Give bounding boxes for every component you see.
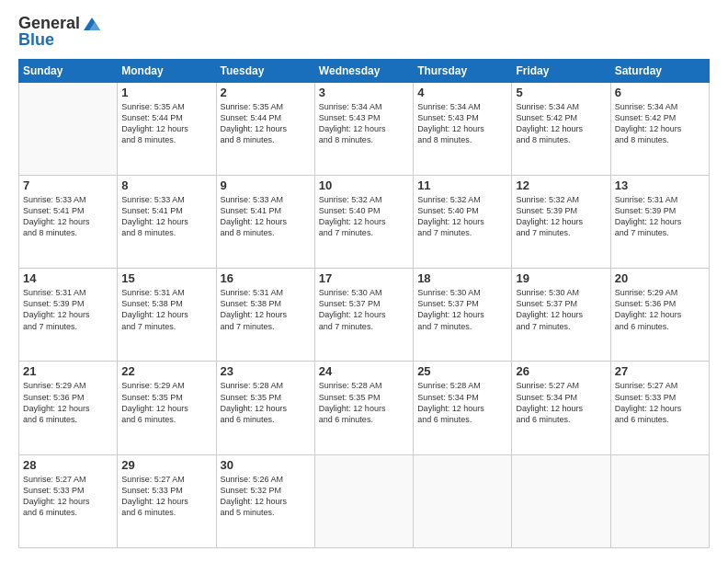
day-info: Sunrise: 5:32 AMSunset: 5:40 PMDaylight:…: [319, 194, 409, 239]
calendar-cell: 10Sunrise: 5:32 AMSunset: 5:40 PMDayligh…: [314, 175, 413, 268]
day-number: 21: [23, 364, 113, 378]
day-info: Sunrise: 5:34 AMSunset: 5:43 PMDaylight:…: [417, 101, 507, 146]
day-number: 16: [221, 271, 311, 285]
day-info: Sunrise: 5:31 AMSunset: 5:39 PMDaylight:…: [615, 194, 705, 239]
calendar-cell: [314, 454, 413, 547]
calendar-cell: 18Sunrise: 5:30 AMSunset: 5:37 PMDayligh…: [414, 269, 512, 362]
page: General Blue SundayMondayTuesdayWednesda…: [0, 0, 728, 563]
day-info: Sunrise: 5:29 AMSunset: 5:35 PMDaylight:…: [121, 380, 211, 425]
day-number: 29: [121, 458, 211, 472]
day-info: Sunrise: 5:29 AMSunset: 5:36 PMDaylight:…: [615, 287, 705, 332]
calendar-cell: 26Sunrise: 5:27 AMSunset: 5:34 PMDayligh…: [512, 362, 610, 454]
day-number: 1: [121, 86, 211, 99]
calendar-cell: 17Sunrise: 5:30 AMSunset: 5:37 PMDayligh…: [314, 269, 413, 362]
day-info: Sunrise: 5:27 AMSunset: 5:33 PMDaylight:…: [121, 474, 211, 519]
calendar-cell: 21Sunrise: 5:29 AMSunset: 5:36 PMDayligh…: [19, 362, 118, 454]
weekday-header: Wednesday: [314, 59, 413, 82]
header: General Blue: [18, 15, 710, 50]
calendar-week-row: 28Sunrise: 5:27 AMSunset: 5:33 PMDayligh…: [19, 454, 710, 547]
day-number: 15: [121, 271, 211, 285]
day-info: Sunrise: 5:27 AMSunset: 5:33 PMDaylight:…: [615, 380, 705, 425]
weekday-header: Friday: [512, 59, 610, 82]
day-info: Sunrise: 5:33 AMSunset: 5:41 PMDaylight:…: [221, 194, 311, 239]
day-number: 11: [417, 178, 507, 192]
day-number: 22: [121, 364, 211, 378]
day-info: Sunrise: 5:28 AMSunset: 5:35 PMDaylight:…: [221, 380, 311, 425]
calendar-cell: 23Sunrise: 5:28 AMSunset: 5:35 PMDayligh…: [216, 362, 314, 454]
day-number: 19: [516, 271, 606, 285]
day-info: Sunrise: 5:29 AMSunset: 5:36 PMDaylight:…: [23, 380, 113, 425]
logo: General Blue: [18, 15, 102, 50]
day-number: 12: [516, 178, 606, 192]
logo-icon: [82, 16, 102, 32]
calendar-header-row: SundayMondayTuesdayWednesdayThursdayFrid…: [19, 59, 710, 82]
calendar-week-row: 1Sunrise: 5:35 AMSunset: 5:44 PMDaylight…: [19, 82, 710, 175]
calendar-cell: 12Sunrise: 5:32 AMSunset: 5:39 PMDayligh…: [512, 175, 610, 268]
day-info: Sunrise: 5:32 AMSunset: 5:39 PMDaylight:…: [516, 194, 606, 239]
day-number: 25: [417, 364, 507, 378]
day-number: 6: [615, 86, 705, 99]
calendar-cell: 3Sunrise: 5:34 AMSunset: 5:43 PMDaylight…: [314, 82, 413, 175]
day-number: 9: [221, 178, 311, 192]
day-info: Sunrise: 5:35 AMSunset: 5:44 PMDaylight:…: [121, 101, 211, 146]
day-number: 13: [615, 178, 705, 192]
day-info: Sunrise: 5:33 AMSunset: 5:41 PMDaylight:…: [23, 194, 113, 239]
day-number: 10: [319, 178, 409, 192]
day-info: Sunrise: 5:30 AMSunset: 5:37 PMDaylight:…: [516, 287, 606, 332]
calendar-cell: 1Sunrise: 5:35 AMSunset: 5:44 PMDaylight…: [118, 82, 216, 175]
calendar-cell: [512, 454, 610, 547]
day-info: Sunrise: 5:30 AMSunset: 5:37 PMDaylight:…: [417, 287, 507, 332]
calendar-cell: [610, 454, 709, 547]
calendar-cell: 2Sunrise: 5:35 AMSunset: 5:44 PMDaylight…: [216, 82, 314, 175]
day-info: Sunrise: 5:28 AMSunset: 5:34 PMDaylight:…: [417, 380, 507, 425]
day-info: Sunrise: 5:28 AMSunset: 5:35 PMDaylight:…: [319, 380, 409, 425]
calendar-cell: 15Sunrise: 5:31 AMSunset: 5:38 PMDayligh…: [118, 269, 216, 362]
day-number: 17: [319, 271, 409, 285]
day-number: 7: [23, 178, 113, 192]
day-info: Sunrise: 5:31 AMSunset: 5:39 PMDaylight:…: [23, 287, 113, 332]
day-number: 18: [417, 271, 507, 285]
calendar-cell: 19Sunrise: 5:30 AMSunset: 5:37 PMDayligh…: [512, 269, 610, 362]
calendar-week-row: 14Sunrise: 5:31 AMSunset: 5:39 PMDayligh…: [19, 269, 710, 362]
day-number: 3: [319, 86, 409, 99]
day-info: Sunrise: 5:33 AMSunset: 5:41 PMDaylight:…: [121, 194, 211, 239]
weekday-header: Saturday: [610, 59, 709, 82]
day-info: Sunrise: 5:27 AMSunset: 5:34 PMDaylight:…: [516, 380, 606, 425]
calendar-cell: 14Sunrise: 5:31 AMSunset: 5:39 PMDayligh…: [19, 269, 118, 362]
calendar-cell: [19, 82, 118, 175]
weekday-header: Monday: [118, 59, 216, 82]
calendar-cell: 24Sunrise: 5:28 AMSunset: 5:35 PMDayligh…: [314, 362, 413, 454]
day-number: 28: [23, 458, 113, 472]
calendar-cell: 7Sunrise: 5:33 AMSunset: 5:41 PMDaylight…: [19, 175, 118, 268]
calendar-cell: 16Sunrise: 5:31 AMSunset: 5:38 PMDayligh…: [216, 269, 314, 362]
day-number: 4: [417, 86, 507, 99]
calendar-cell: 25Sunrise: 5:28 AMSunset: 5:34 PMDayligh…: [414, 362, 512, 454]
calendar-cell: 13Sunrise: 5:31 AMSunset: 5:39 PMDayligh…: [610, 175, 709, 268]
calendar-cell: 29Sunrise: 5:27 AMSunset: 5:33 PMDayligh…: [118, 454, 216, 547]
weekday-header: Thursday: [414, 59, 512, 82]
day-info: Sunrise: 5:34 AMSunset: 5:43 PMDaylight:…: [319, 101, 409, 146]
calendar-cell: 11Sunrise: 5:32 AMSunset: 5:40 PMDayligh…: [414, 175, 512, 268]
calendar-cell: 22Sunrise: 5:29 AMSunset: 5:35 PMDayligh…: [118, 362, 216, 454]
day-info: Sunrise: 5:26 AMSunset: 5:32 PMDaylight:…: [221, 474, 311, 519]
calendar-week-row: 21Sunrise: 5:29 AMSunset: 5:36 PMDayligh…: [19, 362, 710, 454]
calendar-cell: 8Sunrise: 5:33 AMSunset: 5:41 PMDaylight…: [118, 175, 216, 268]
day-info: Sunrise: 5:30 AMSunset: 5:37 PMDaylight:…: [319, 287, 409, 332]
calendar-cell: 28Sunrise: 5:27 AMSunset: 5:33 PMDayligh…: [19, 454, 118, 547]
weekday-header: Sunday: [19, 59, 118, 82]
calendar-cell: 9Sunrise: 5:33 AMSunset: 5:41 PMDaylight…: [216, 175, 314, 268]
calendar-cell: 20Sunrise: 5:29 AMSunset: 5:36 PMDayligh…: [610, 269, 709, 362]
calendar-week-row: 7Sunrise: 5:33 AMSunset: 5:41 PMDaylight…: [19, 175, 710, 268]
day-info: Sunrise: 5:32 AMSunset: 5:40 PMDaylight:…: [417, 194, 507, 239]
calendar-cell: 6Sunrise: 5:34 AMSunset: 5:42 PMDaylight…: [610, 82, 709, 175]
day-info: Sunrise: 5:34 AMSunset: 5:42 PMDaylight:…: [615, 101, 705, 146]
day-info: Sunrise: 5:27 AMSunset: 5:33 PMDaylight:…: [23, 474, 113, 519]
calendar-cell: 30Sunrise: 5:26 AMSunset: 5:32 PMDayligh…: [216, 454, 314, 547]
calendar-cell: 5Sunrise: 5:34 AMSunset: 5:42 PMDaylight…: [512, 82, 610, 175]
day-info: Sunrise: 5:34 AMSunset: 5:42 PMDaylight:…: [516, 101, 606, 146]
calendar-cell: 4Sunrise: 5:34 AMSunset: 5:43 PMDaylight…: [414, 82, 512, 175]
day-number: 26: [516, 364, 606, 378]
weekday-header: Tuesday: [216, 59, 314, 82]
day-number: 2: [221, 86, 311, 99]
day-number: 24: [319, 364, 409, 378]
